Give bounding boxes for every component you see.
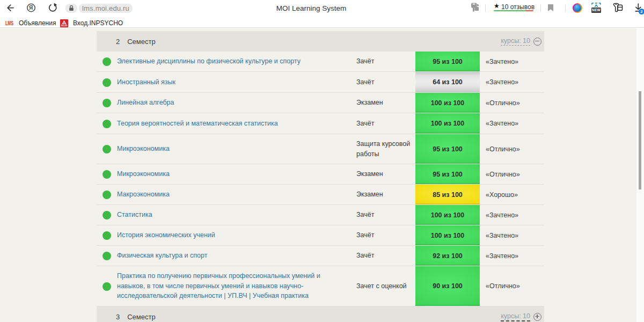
- svg-text:Я: Я: [29, 5, 33, 11]
